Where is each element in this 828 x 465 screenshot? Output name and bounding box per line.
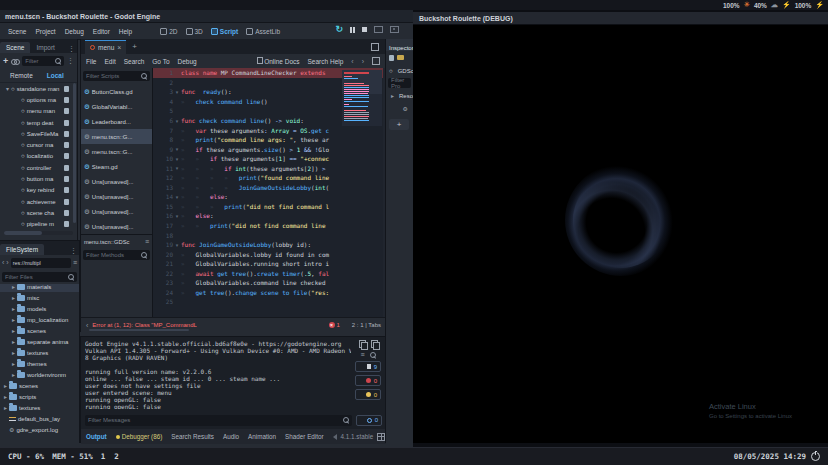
bottom-tab-shader-editor[interactable]: Shader Editor [285, 433, 324, 440]
fold-arrow-icon[interactable]: ▾ [173, 156, 181, 162]
fold-arrow-icon[interactable]: ▾ [173, 194, 181, 200]
filesystem-item[interactable]: ▸themes [0, 358, 79, 369]
script-list-item[interactable]: ⚙menu.tscn::G... [81, 129, 152, 144]
script-list-item[interactable]: ⚙ButtonClass.gd [81, 84, 152, 99]
script-list-item[interactable]: ⚙Uns[unsaved]... [81, 189, 152, 204]
remote-debug-icon[interactable] [374, 26, 383, 33]
filesystem-item[interactable]: ▸scripts [0, 391, 79, 402]
attached-script-icon[interactable] [64, 142, 69, 148]
code-minimap[interactable] [342, 70, 382, 126]
fold-arrow-icon[interactable]: ▾ [173, 213, 181, 219]
attached-script-icon[interactable] [64, 97, 69, 103]
filesystem-item[interactable]: ▸mp_localization [0, 314, 79, 325]
tab-filesystem[interactable]: FileSystem [0, 244, 44, 255]
scene-tree-node[interactable]: ○controller [0, 162, 77, 173]
scene-tab-menu[interactable]: menu × [85, 40, 126, 54]
new-resource-icon[interactable] [389, 55, 394, 61]
scene-tree-node[interactable]: ○menu man [0, 106, 77, 117]
mode-remote[interactable]: Remote [10, 72, 33, 79]
fold-arrow-icon[interactable]: ▾ [173, 146, 181, 152]
menu-editor[interactable]: Editor [93, 28, 110, 35]
filesystem-item[interactable]: ⚙gdre_export.log [0, 424, 79, 435]
info-count-badge[interactable]: 0 [356, 415, 382, 426]
bottom-tab-debugger-86-[interactable]: Debugger (86) [116, 433, 163, 440]
scene-tree-node[interactable]: ○scene cha [0, 207, 77, 218]
filesystem-item[interactable]: ▸scenes [0, 325, 79, 336]
resource-section[interactable]: ▸ Resou [386, 89, 413, 102]
attached-script-icon[interactable] [64, 187, 69, 193]
attached-script-icon[interactable] [64, 108, 69, 114]
filesystem-path[interactable]: res://multipl [11, 258, 71, 268]
menu-scene[interactable]: Scene [8, 28, 26, 35]
close-tab-icon[interactable]: × [117, 44, 121, 51]
distraction-free-icon[interactable] [371, 43, 379, 51]
menu-goto[interactable]: Go To [152, 58, 169, 65]
inspector-filter-input[interactable]: Filter Pro [388, 78, 411, 88]
scene-tree-node[interactable]: ○achieveme [0, 196, 77, 207]
attached-script-icon[interactable] [64, 131, 69, 137]
movie-maker-icon[interactable] [390, 26, 399, 33]
workspace-3d[interactable]: 3D [186, 28, 203, 35]
filesystem-filter-input[interactable]: Filter Files [2, 272, 77, 282]
attached-script-icon[interactable] [64, 120, 69, 126]
script-list-item[interactable]: ⚙menu.tscn::G... [81, 144, 152, 159]
member-sort-icon[interactable]: ≡ [145, 238, 149, 245]
fold-arrow-icon[interactable]: ▾ [173, 242, 181, 248]
warnings-count-badge[interactable]: 0 [355, 389, 381, 400]
fold-arrow-icon[interactable]: ▾ [173, 118, 181, 124]
menu-edit[interactable]: Edit [104, 58, 115, 65]
tab-inspector[interactable]: Inspector [386, 39, 413, 51]
scene-filter-input[interactable]: Filter [22, 56, 64, 66]
attached-script-icon[interactable] [64, 210, 69, 216]
copy-log-icon[interactable] [359, 340, 366, 348]
nav-back-icon[interactable]: ‹ [2, 259, 4, 266]
script-list-item[interactable]: ⚙Uns[unsaved]... [81, 219, 152, 234]
scene-tree-node[interactable]: ○options ma [0, 94, 77, 105]
tab-import[interactable]: Import [30, 42, 60, 53]
menu-search[interactable]: Search [124, 58, 145, 65]
load-resource-icon[interactable] [397, 55, 404, 60]
messages-count-badge[interactable]: 9 [355, 361, 381, 372]
new-tab-button[interactable]: + [132, 42, 137, 51]
menu-file[interactable]: File [86, 58, 96, 65]
filesystem-item[interactable]: ▸textures [0, 402, 79, 413]
scene-tree-hscrollbar[interactable] [4, 231, 73, 235]
dock-options-icon[interactable]: ⋮ [70, 247, 79, 255]
workspace-assetlib[interactable]: AssetLib [246, 28, 280, 35]
menu-debug[interactable]: Debug [65, 28, 84, 35]
bottom-tab-animation[interactable]: Animation [248, 433, 276, 440]
game-window-title[interactable]: Buckshot Roulette (DEBUG) [413, 12, 828, 25]
scene-tree-node[interactable]: ○pipeline m [0, 219, 77, 230]
errors-count-badge[interactable]: 0 [355, 375, 381, 386]
mute-icon[interactable] [333, 434, 337, 440]
attached-script-icon[interactable] [64, 165, 69, 171]
filesystem-item[interactable]: ▸worldenvironm [0, 369, 79, 380]
scene-tree-node[interactable]: ○localizatio [0, 151, 77, 162]
menu-debug[interactable]: Debug [178, 58, 197, 65]
toggle-split-icon[interactable]: ≡ [73, 259, 77, 266]
add-metadata-button[interactable]: + [389, 119, 409, 130]
filesystem-item[interactable]: ▸materials [0, 284, 79, 292]
script-list-item[interactable]: ⚙Uns[unsaved]... [81, 174, 152, 189]
tab-scene[interactable]: Scene [0, 42, 30, 53]
add-node-button[interactable]: + [3, 57, 8, 65]
attached-script-icon[interactable] [64, 153, 69, 159]
nav-forward-icon[interactable]: › [6, 259, 8, 266]
attached-script-icon[interactable] [64, 176, 69, 182]
search-help-button[interactable]: Search Help [308, 58, 344, 65]
code-editor[interactable]: 1class_name MP_CommandLineChecker extend… [153, 68, 386, 317]
scene-tree-node[interactable]: ○temp deat [0, 117, 77, 128]
workspace-indicators[interactable]: 1 2 [101, 452, 119, 461]
bottom-tab-output[interactable]: Output [86, 433, 107, 440]
filesystem-item[interactable]: ▸separate anima [0, 336, 79, 347]
attached-script-icon[interactable] [64, 221, 69, 227]
filesystem-item[interactable]: ▸scenes [0, 380, 79, 391]
mode-local[interactable]: Local [47, 72, 64, 79]
bottom-tab-audio[interactable]: Audio [223, 433, 239, 440]
gear-icon[interactable]: ⚙ [403, 105, 408, 112]
script-list-item[interactable]: ⚙Uns[unsaved]... [81, 204, 152, 219]
menu-project[interactable]: Project [35, 28, 55, 35]
script-list-item[interactable]: ⚙Leaderboard... [81, 114, 152, 129]
instance-scene-icon[interactable] [11, 59, 19, 64]
attached-script-icon[interactable] [64, 199, 69, 205]
